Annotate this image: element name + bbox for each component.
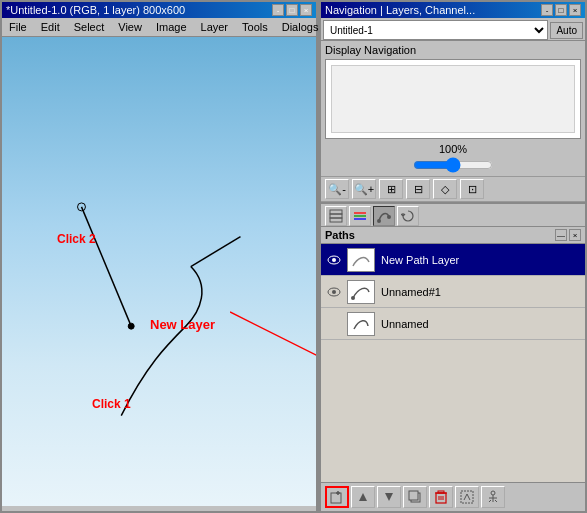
menu-select[interactable]: Select — [71, 20, 108, 34]
svg-rect-5 — [354, 215, 366, 217]
canvas-area: Click 2 Click 1 New Layer — [2, 37, 316, 506]
display-navigation-label: Display Navigation — [321, 41, 585, 57]
path-move-down-btn[interactable] — [377, 486, 401, 508]
svg-rect-20 — [409, 491, 418, 500]
svg-marker-18 — [385, 493, 393, 501]
nav-preview-box — [325, 59, 581, 139]
path-visibility-eye-1[interactable] — [325, 251, 343, 269]
svg-point-10 — [332, 258, 336, 262]
canvas-minimize-btn[interactable]: - — [272, 4, 284, 16]
svg-point-13 — [351, 296, 355, 300]
menu-layer[interactable]: Layer — [198, 20, 232, 34]
nav-titlebar: Navigation | Layers, Channel... - □ × — [321, 2, 585, 18]
tab-paths[interactable] — [373, 206, 395, 226]
path-row-unnamed1[interactable]: Unnamed#1 — [321, 276, 585, 308]
svg-line-32 — [495, 500, 497, 502]
zoom-slider[interactable] — [413, 157, 493, 173]
paths-close-btn[interactable]: × — [569, 229, 581, 241]
nav-title-buttons: - □ × — [541, 4, 581, 16]
path-row-new-path-layer[interactable]: New Path Layer — [321, 244, 585, 276]
svg-rect-27 — [461, 491, 473, 503]
bezier-curve — [121, 267, 202, 416]
zoom-percent-row: 100% — [321, 141, 585, 157]
svg-line-31 — [489, 500, 491, 502]
paths-list: New Path Layer Unnamed#1 Unnamed — [321, 244, 585, 482]
tab-layers[interactable] — [325, 206, 347, 226]
path-thumb-2 — [347, 280, 375, 304]
click2-label: Click 2 — [57, 232, 96, 246]
menu-view[interactable]: View — [115, 20, 145, 34]
path-row-unnamed[interactable]: Unnamed — [321, 308, 585, 340]
canvas-window: *Untitled-1.0 (RGB, 1 layer) 800x600 - □… — [0, 0, 318, 513]
zoom-buttons-row: 🔍- 🔍+ ⊞ ⊟ ◇ ⊡ — [321, 176, 585, 202]
anchor-point-1 — [128, 323, 134, 329]
path-line-2 — [191, 237, 241, 267]
canvas-titlebar: *Untitled-1.0 (RGB, 1 layer) 800x600 - □… — [2, 2, 316, 18]
svg-point-8 — [387, 215, 391, 219]
nav-preview-inner — [331, 65, 575, 133]
zoom-slider-container — [321, 157, 585, 173]
svg-point-12 — [332, 290, 336, 294]
paths-title-btns: — × — [555, 229, 581, 241]
path-to-selection-btn[interactable] — [455, 486, 479, 508]
path-name-3: Unnamed — [381, 318, 581, 330]
tab-history[interactable] — [397, 206, 419, 226]
tab-channels[interactable] — [349, 206, 371, 226]
menu-edit[interactable]: Edit — [38, 20, 63, 34]
auto-button[interactable]: Auto — [550, 22, 583, 39]
path-move-up-btn[interactable] — [351, 486, 375, 508]
path-name-1: New Path Layer — [381, 254, 581, 266]
nav-maximize-btn[interactable]: □ — [555, 4, 567, 16]
svg-rect-1 — [330, 218, 342, 222]
path-visibility-eye-2[interactable] — [325, 283, 343, 301]
canvas-title-buttons: - □ × — [272, 4, 312, 16]
paths-title-bar: Paths — × — [321, 227, 585, 244]
path-visibility-eye-3 — [325, 315, 343, 333]
zoom-in-btn[interactable]: 🔍+ — [352, 179, 376, 199]
new-path-layer-btn[interactable] — [325, 486, 349, 508]
click1-label: Click 1 — [92, 397, 131, 411]
nav-panel: Navigation | Layers, Channel... - □ × Un… — [321, 2, 585, 204]
zoom-actual-btn[interactable]: ⊡ — [460, 179, 484, 199]
paths-collapse-btn[interactable]: — — [555, 229, 567, 241]
svg-rect-26 — [438, 491, 444, 493]
svg-point-7 — [377, 219, 381, 223]
nav-title: Navigation | Layers, Channel... — [325, 4, 475, 16]
nav-close-btn[interactable]: × — [569, 4, 581, 16]
zoom-fit2-btn[interactable]: ⊟ — [406, 179, 430, 199]
menu-dialogs[interactable]: Dialogs — [279, 20, 322, 34]
paths-toolbar — [321, 482, 585, 511]
nav-tabs-row: Untitled-1 Auto — [321, 18, 585, 41]
paths-panel: Paths — × New Path Layer — [321, 204, 585, 511]
canvas-close-btn[interactable]: × — [300, 4, 312, 16]
canvas-maximize-btn[interactable]: □ — [286, 4, 298, 16]
new-layer-arrow — [230, 302, 316, 382]
zoom-percent-label: 100% — [439, 143, 467, 155]
canvas-menubar: File Edit Select View Image Layer Tools … — [2, 18, 316, 37]
menu-file[interactable]: File — [6, 20, 30, 34]
menu-image[interactable]: Image — [153, 20, 190, 34]
menu-tools[interactable]: Tools — [239, 20, 271, 34]
svg-rect-6 — [354, 218, 366, 220]
canvas-svg — [2, 37, 316, 506]
panel-tabs-row — [321, 204, 585, 227]
path-thumb-3 — [347, 312, 375, 336]
zoom-out-btn[interactable]: 🔍- — [325, 179, 349, 199]
new-layer-label: New Layer — [150, 317, 215, 332]
paths-title: Paths — [325, 229, 355, 241]
svg-point-28 — [491, 491, 495, 495]
document-select[interactable]: Untitled-1 — [323, 20, 548, 40]
path-anchor-btn[interactable] — [481, 486, 505, 508]
path-name-2: Unnamed#1 — [381, 286, 581, 298]
canvas-title: *Untitled-1.0 (RGB, 1 layer) 800x600 — [6, 4, 185, 16]
path-line-1 — [81, 207, 131, 326]
svg-line-0 — [230, 312, 316, 362]
zoom-fit-btn[interactable]: ⊞ — [379, 179, 403, 199]
path-delete-btn[interactable] — [429, 486, 453, 508]
svg-rect-4 — [354, 212, 366, 214]
nav-minimize-btn[interactable]: - — [541, 4, 553, 16]
svg-marker-17 — [359, 493, 367, 501]
path-duplicate-btn[interactable] — [403, 486, 427, 508]
path-thumb-1 — [347, 248, 375, 272]
zoom-center-btn[interactable]: ◇ — [433, 179, 457, 199]
